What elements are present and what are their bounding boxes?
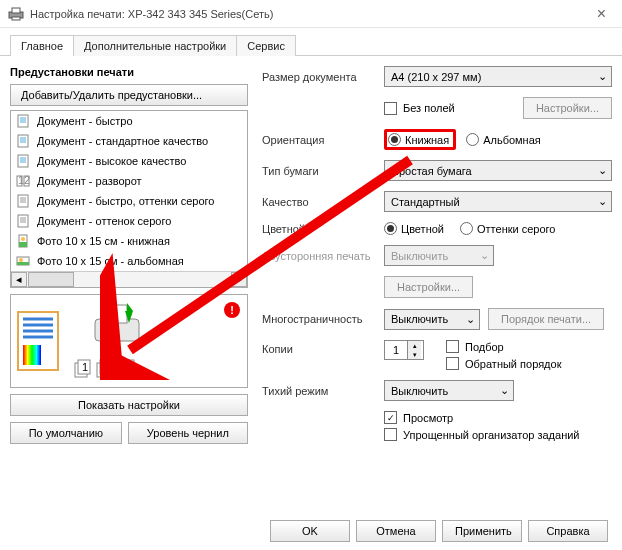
orientation-landscape-label: Альбомная: [483, 134, 541, 146]
svg-rect-37: [23, 345, 41, 365]
window-title: Настройка печати: XP-342 343 345 Series(…: [30, 8, 273, 20]
apply-button[interactable]: Применить: [442, 520, 522, 542]
tab-main[interactable]: Главное: [10, 35, 74, 56]
item-label: Фото 10 x 15 см - книжная: [37, 235, 170, 247]
svg-text:12: 12: [18, 174, 30, 186]
color-label: Цветной: [262, 223, 384, 235]
quality-select[interactable]: Стандартный⌄: [384, 191, 612, 212]
photo-landscape-icon: [15, 253, 31, 269]
add-remove-presets-button[interactable]: Добавить/Удалить предустановки...: [10, 84, 248, 106]
doc-gray-icon: [15, 213, 31, 229]
default-button[interactable]: По умолчанию: [10, 422, 122, 444]
orientation-landscape-radio[interactable]: [466, 133, 479, 146]
alert-icon: !: [223, 301, 241, 319]
list-item[interactable]: Документ - высокое качество: [11, 151, 247, 171]
copies-label: Копии: [262, 340, 384, 355]
multipage-label: Многостраничность: [262, 313, 384, 325]
presets-title: Предустановки печати: [10, 66, 248, 78]
item-label: Документ - оттенок серого: [37, 215, 171, 227]
printer-icon: [8, 7, 24, 21]
quiet-select[interactable]: Выключить⌄: [384, 380, 514, 401]
svg-rect-7: [18, 135, 28, 147]
chevron-down-icon: ⌄: [461, 310, 479, 329]
ink-levels-button[interactable]: Уровень чернил: [128, 422, 248, 444]
doc-size-label: Размер документа: [262, 71, 384, 83]
borderless-checkbox[interactable]: [384, 102, 397, 115]
collate-checkbox[interactable]: [446, 340, 459, 353]
tab-extra[interactable]: Дополнительные настройки: [73, 35, 237, 56]
tab-service[interactable]: Сервис: [236, 35, 296, 56]
item-label: Документ - высокое качество: [37, 155, 186, 167]
preset-list: Документ - быстро Документ - стандартное…: [10, 110, 248, 288]
photo-portrait-icon: [15, 233, 31, 249]
cancel-button[interactable]: Отмена: [356, 520, 436, 542]
svg-text:1: 1: [82, 361, 88, 373]
svg-rect-31: [17, 262, 29, 265]
preview-pane: ! 1 2 3: [10, 294, 248, 388]
borderless-settings-button: Настройки...: [523, 97, 612, 119]
doc-size-select[interactable]: A4 (210 x 297 мм)⌄: [384, 66, 612, 87]
orientation-portrait-label: Книжная: [405, 134, 449, 146]
color-color-radio[interactable]: [384, 222, 397, 235]
item-label: Документ - стандартное качество: [37, 135, 208, 147]
list-item[interactable]: Документ - быстро, оттенки серого: [11, 191, 247, 211]
chevron-down-icon: ⌄: [593, 67, 611, 86]
scroll-left-icon[interactable]: ◂: [11, 272, 27, 287]
svg-rect-28: [19, 242, 27, 247]
simple-org-checkbox[interactable]: [384, 428, 397, 441]
orientation-highlight: Книжная: [384, 129, 456, 150]
list-item[interactable]: Документ - оттенок серого: [11, 211, 247, 231]
color-gray-label: Оттенки серого: [477, 223, 555, 235]
scroll-thumb[interactable]: [28, 272, 74, 287]
orientation-portrait-radio[interactable]: [388, 133, 401, 146]
svg-text:3: 3: [126, 361, 132, 373]
orientation-label: Ориентация: [262, 134, 384, 146]
doc-icon: [15, 133, 31, 149]
copies-input[interactable]: [385, 343, 407, 357]
borderless-label: Без полей: [403, 102, 455, 114]
list-item[interactable]: 12Документ - разворот: [11, 171, 247, 191]
preview-label: Просмотр: [403, 412, 453, 424]
paper-type-select[interactable]: Простая бумага⌄: [384, 160, 612, 181]
scroll-right-icon[interactable]: ▸: [231, 272, 247, 287]
list-item[interactable]: Документ - стандартное качество: [11, 131, 247, 151]
preview-checkbox[interactable]: ✓: [384, 411, 397, 424]
quiet-label: Тихий режим: [262, 385, 384, 397]
show-settings-button[interactable]: Показать настройки: [10, 394, 248, 416]
item-label: Документ - быстро: [37, 115, 133, 127]
copies-stepper[interactable]: ▴▾: [384, 340, 424, 360]
duplex-label: Двусторонняя печать: [262, 250, 384, 262]
ok-button[interactable]: OK: [270, 520, 350, 542]
spread-icon: 12: [15, 173, 31, 189]
quality-label: Качество: [262, 196, 384, 208]
list-item[interactable]: Фото 10 x 15 см - альбомная: [11, 251, 247, 271]
duplex-settings-button: Настройки...: [384, 276, 473, 298]
item-label: Документ - разворот: [37, 175, 142, 187]
page-order-button: Порядок печати...: [488, 308, 604, 330]
chevron-down-icon: ⌄: [593, 161, 611, 180]
item-label: Документ - быстро, оттенки серого: [37, 195, 214, 207]
help-button[interactable]: Справка: [528, 520, 608, 542]
list-item[interactable]: Документ - быстро: [11, 111, 247, 131]
spin-down-icon[interactable]: ▾: [408, 350, 421, 359]
svg-text:2: 2: [104, 361, 110, 373]
doc-gray-icon: [15, 193, 31, 209]
svg-rect-1: [12, 8, 20, 13]
color-gray-radio[interactable]: [460, 222, 473, 235]
chevron-down-icon: ⌄: [475, 246, 493, 265]
svg-rect-22: [18, 215, 28, 227]
svg-rect-3: [18, 115, 28, 127]
svg-rect-11: [18, 155, 28, 167]
spin-up-icon[interactable]: ▴: [408, 341, 421, 350]
page-preview-icon: [17, 311, 59, 371]
list-item[interactable]: Фото 10 x 15 см - книжная: [11, 231, 247, 251]
chevron-down-icon: ⌄: [495, 381, 513, 400]
multipage-select[interactable]: Выключить⌄: [384, 309, 480, 330]
collate-icon: 1 2 3: [73, 359, 137, 379]
close-icon[interactable]: ×: [589, 3, 614, 25]
reverse-checkbox[interactable]: [446, 357, 459, 370]
scrollbar[interactable]: ◂ ▸: [11, 271, 247, 287]
doc-icon: [15, 113, 31, 129]
item-label: Фото 10 x 15 см - альбомная: [37, 255, 184, 267]
chevron-down-icon: ⌄: [593, 192, 611, 211]
